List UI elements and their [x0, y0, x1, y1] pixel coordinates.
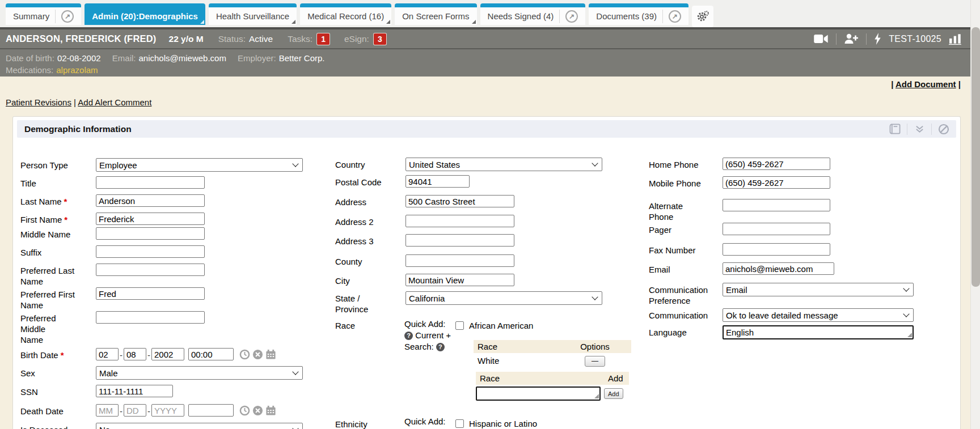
- chart-notes-button[interactable]: [888, 123, 902, 135]
- birth-day-input[interactable]: [124, 348, 146, 360]
- tab-needs-signed[interactable]: Needs Signed (4) ↗: [480, 3, 586, 25]
- hispanic-latino-checkbox[interactable]: [455, 419, 464, 428]
- language-input[interactable]: [723, 325, 914, 339]
- disable-panel-button[interactable]: [937, 123, 951, 135]
- address-2-input[interactable]: [405, 215, 514, 227]
- sex-label: Sex: [20, 366, 96, 379]
- icon-divider: [866, 33, 867, 45]
- dob-label: Date of birth:: [6, 53, 54, 63]
- race-add-table: Race Add Add: [476, 372, 629, 401]
- tasks-count-badge[interactable]: 1: [317, 33, 330, 45]
- scrollbar-thumb[interactable]: [971, 27, 980, 287]
- tab-admin-demographics[interactable]: Admin (20):Demographics: [85, 3, 205, 25]
- collapse-panel-button[interactable]: [913, 123, 926, 135]
- email-input[interactable]: [723, 262, 834, 275]
- tab-on-screen-forms[interactable]: On Screen Forms: [395, 3, 476, 25]
- address-3-input[interactable]: [405, 234, 514, 247]
- status-label: Status:: [218, 34, 246, 44]
- death-year-input[interactable]: [151, 404, 184, 417]
- race-value: White: [474, 355, 559, 366]
- last-name-label: Last Name*: [20, 194, 96, 207]
- patient-revisions-link[interactable]: Patient Revisions: [6, 97, 71, 107]
- open-in-new-window-icon[interactable]: ↗: [669, 10, 681, 23]
- address-input[interactable]: [405, 195, 514, 207]
- patient-details-line2: Medications:alprazolam: [6, 64, 965, 76]
- alternate-phone-input[interactable]: [723, 199, 830, 211]
- person-type-label: Person Type: [20, 158, 96, 171]
- death-date-label: Death Date: [20, 404, 96, 417]
- resize-handle-icon[interactable]: [594, 394, 599, 398]
- video-call-icon[interactable]: [814, 34, 829, 44]
- death-day-input[interactable]: [124, 404, 146, 417]
- fax-number-input[interactable]: [723, 243, 830, 256]
- communication-preference-select[interactable]: Email: [723, 283, 914, 296]
- middle-name-input[interactable]: [96, 227, 205, 240]
- resize-handle-icon[interactable]: [907, 333, 912, 337]
- preferred-middle-name-input[interactable]: [96, 311, 205, 324]
- tab-divider: [559, 10, 560, 23]
- death-time-input[interactable]: [188, 404, 234, 417]
- help-icon[interactable]: ?: [436, 343, 445, 351]
- tab-settings-button[interactable]: [692, 6, 713, 27]
- tab-medical-record-label: Medical Record (16): [307, 11, 384, 21]
- first-name-input[interactable]: [96, 213, 205, 225]
- field-death-date: Death Date - -: [20, 404, 276, 417]
- tab-medical-record[interactable]: Medical Record (16): [300, 3, 391, 25]
- field-sex: Sex Male: [20, 366, 303, 380]
- add-race-button[interactable]: Add: [604, 388, 623, 399]
- icon-divider: [836, 33, 837, 45]
- tab-summary[interactable]: Summary ↗: [6, 3, 81, 25]
- remove-race-button[interactable]: —: [585, 356, 605, 367]
- african-american-checkbox[interactable]: [455, 321, 464, 330]
- vertical-scrollbar[interactable]: [970, 0, 980, 429]
- open-in-new-window-icon[interactable]: ↗: [61, 10, 74, 23]
- is-deceased-select[interactable]: No: [96, 423, 303, 429]
- time-picker-icon[interactable]: [239, 405, 250, 416]
- birth-month-input[interactable]: [96, 348, 119, 360]
- calendar-icon[interactable]: [265, 405, 276, 416]
- communication-select[interactable]: Ok to leave detailed message: [723, 308, 914, 322]
- sex-select[interactable]: Male: [96, 366, 303, 380]
- email-label: Email:: [112, 53, 136, 63]
- person-type-select[interactable]: Employee: [96, 158, 303, 172]
- quick-actions-bolt-icon[interactable]: [874, 33, 881, 45]
- chart-tab-bar: Summary ↗ Admin (20):Demographics Health…: [0, 0, 970, 27]
- country-label: Country: [335, 158, 405, 170]
- medication-value[interactable]: alprazolam: [56, 65, 98, 75]
- field-postal-code: Postal Code: [335, 175, 470, 188]
- field-mobile-phone: Mobile Phone: [649, 176, 830, 189]
- field-preferred-first-name: Preferred First Name: [20, 287, 205, 311]
- city-input[interactable]: [405, 274, 514, 286]
- county-input[interactable]: [405, 254, 514, 267]
- title-input[interactable]: [96, 176, 205, 189]
- tab-health-surveillance[interactable]: Health Surveillance: [209, 3, 297, 25]
- race-search-input[interactable]: [476, 386, 601, 401]
- open-in-new-window-icon[interactable]: ↗: [565, 10, 578, 23]
- flowsheet-chart-icon[interactable]: [949, 33, 962, 45]
- ssn-input[interactable]: [96, 385, 173, 397]
- pager-input[interactable]: [723, 223, 830, 235]
- home-phone-input[interactable]: [723, 158, 830, 170]
- mobile-phone-input[interactable]: [723, 176, 830, 189]
- birth-year-input[interactable]: [151, 348, 184, 360]
- death-month-input[interactable]: [96, 404, 119, 417]
- calendar-icon[interactable]: [265, 349, 276, 360]
- add-person-icon[interactable]: [844, 33, 859, 44]
- preferred-last-name-input[interactable]: [96, 264, 205, 276]
- suffix-input[interactable]: [96, 245, 205, 258]
- help-icon[interactable]: ?: [404, 332, 413, 340]
- last-name-input[interactable]: [96, 194, 205, 207]
- preferred-first-name-input[interactable]: [96, 287, 205, 300]
- state-province-select[interactable]: California: [405, 291, 602, 305]
- tab-documents[interactable]: Documents (39) ↗: [589, 3, 688, 25]
- postal-code-input[interactable]: [405, 175, 470, 188]
- time-picker-icon[interactable]: [239, 349, 250, 360]
- add-document-link[interactable]: Add Document: [895, 79, 956, 89]
- birth-time-input[interactable]: [188, 348, 234, 360]
- country-select[interactable]: United States: [405, 158, 602, 171]
- clear-date-icon[interactable]: [252, 349, 263, 360]
- add-alert-comment-link[interactable]: Add Alert Comment: [78, 97, 151, 107]
- esign-count-badge[interactable]: 3: [374, 33, 386, 45]
- field-alternate-phone: Alternate Phone: [649, 199, 830, 222]
- clear-date-icon[interactable]: [252, 405, 263, 416]
